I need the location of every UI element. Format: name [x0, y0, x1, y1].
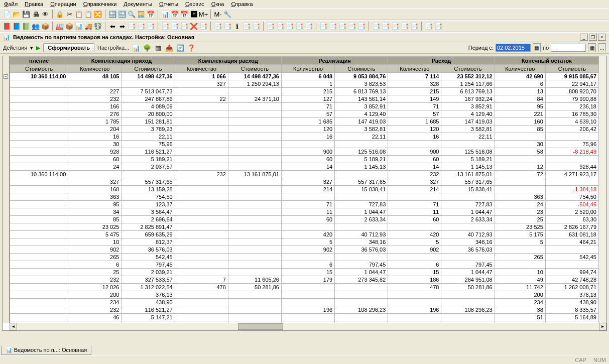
menu-Отчеты[interactable]: Отчеты [159, 1, 178, 7]
cell[interactable]: 1 145,13 [441, 163, 495, 171]
cell[interactable] [175, 254, 228, 261]
cell[interactable]: 127 [281, 95, 334, 103]
cell[interactable]: 46 [68, 314, 121, 321]
cell[interactable]: 48 105 [68, 73, 121, 80]
menu-Справочники[interactable]: Справочники [83, 1, 117, 7]
cell[interactable]: 5 164,89 [545, 314, 598, 321]
cell[interactable]: 57 [281, 110, 334, 118]
cell[interactable] [335, 284, 388, 291]
cell[interactable] [228, 88, 281, 95]
cell[interactable] [175, 223, 228, 231]
cell[interactable]: 376,13 [545, 291, 598, 299]
cell[interactable]: 754,50 [545, 193, 598, 201]
cell[interactable]: 5 [388, 238, 441, 246]
toolbar-icon[interactable]: 📑 [338, 22, 346, 30]
menu-Справка[interactable]: Справка [231, 1, 253, 7]
cell[interactable]: 5 189,21 [335, 156, 388, 163]
column-header[interactable]: Стоимость [335, 65, 388, 73]
cell[interactable]: 363 [68, 193, 121, 201]
cell[interactable]: 36 576,03 [121, 246, 175, 254]
cell[interactable]: 6 [281, 261, 334, 269]
cell[interactable]: 3 852,91 [441, 103, 495, 110]
cell[interactable] [228, 291, 281, 299]
cell[interactable]: 79 990,88 [545, 95, 598, 103]
cell[interactable]: 1 785 [68, 118, 121, 126]
cell[interactable] [228, 126, 281, 133]
cell[interactable] [228, 186, 281, 193]
table-row[interactable]: 23 0252 825 891,4723 5252 826 167,79 [10, 223, 599, 231]
table-row[interactable]: 2277 513 047,732156 813 769,132156 813 7… [10, 88, 599, 95]
toolbar-icon[interactable]: 📑 [276, 22, 284, 30]
cell[interactable]: 631 081,18 [545, 231, 598, 238]
cell[interactable]: 149 [388, 95, 441, 103]
cell[interactable]: 58 [495, 148, 545, 156]
cell[interactable] [68, 80, 121, 88]
table-row[interactable]: 363754,50363754,50 [10, 193, 599, 201]
cell[interactable] [175, 238, 228, 246]
cell[interactable]: 4 639,10 [545, 118, 598, 126]
cell[interactable]: 727,83 [335, 201, 388, 208]
table-row[interactable]: 232116 521,27196108 296,23196108 296,233… [10, 306, 599, 314]
cell[interactable]: 116 521,27 [121, 148, 175, 156]
table-row[interactable]: 10 360 114,0023213 161 875,0123213 161 8… [10, 171, 599, 178]
cell[interactable]: 2 633,34 [441, 216, 495, 223]
cell[interactable]: 200 [495, 291, 545, 299]
cell[interactable]: 20 800,00 [121, 110, 175, 118]
cell[interactable] [388, 141, 441, 148]
cell[interactable] [495, 156, 545, 163]
tree-icon[interactable]: 🌳 [143, 44, 151, 52]
cell[interactable]: 6 [68, 261, 121, 269]
cell[interactable]: 95 [68, 201, 121, 208]
toolbar-icon[interactable]: 📑 [252, 22, 260, 30]
cell[interactable] [441, 314, 495, 321]
column-header[interactable]: Стоимость [121, 65, 175, 73]
cell[interactable]: 5 [495, 238, 545, 246]
cell[interactable]: 902 [388, 246, 441, 254]
toolbar-icon[interactable]: 📘 [13, 22, 21, 30]
toolbar-icon[interactable]: 📑 [382, 22, 390, 30]
cell[interactable] [228, 163, 281, 171]
cell[interactable] [441, 291, 495, 299]
period-from-input[interactable] [496, 44, 531, 52]
cell[interactable]: 75,96 [121, 141, 175, 148]
table-row[interactable]: 12 0261 312 022,5447850 281,8647850 281,… [10, 284, 599, 291]
cell[interactable]: 23 552 312,12 [441, 73, 495, 80]
cell[interactable]: 16 [281, 133, 334, 141]
cell[interactable]: 7 114 [388, 73, 441, 80]
cell[interactable] [388, 193, 441, 201]
toolbar-icon[interactable]: 🔜 [118, 10, 126, 18]
cell[interactable]: 204 [68, 126, 121, 133]
cell[interactable]: 327 [388, 178, 441, 186]
cell[interactable]: 85 [495, 126, 545, 133]
toolbar-icon[interactable]: 📑 [171, 22, 179, 30]
cell[interactable] [10, 261, 68, 269]
column-header[interactable]: Стоимость [441, 65, 495, 73]
table-row[interactable]: 3075,963075,96 [10, 141, 599, 148]
cell[interactable]: 63,30 [545, 216, 598, 223]
cell[interactable] [10, 314, 68, 321]
cell[interactable] [175, 201, 228, 208]
grid-icon[interactable]: ▦ [154, 44, 162, 52]
cell[interactable] [335, 299, 388, 306]
cell[interactable]: 11 [388, 208, 441, 216]
chart-icon[interactable]: 📊 [132, 44, 140, 52]
cell[interactable]: 23 [495, 208, 545, 216]
cell[interactable]: 363 [495, 193, 545, 201]
scroll-right-button[interactable]: ► [599, 323, 606, 330]
minimize-button[interactable]: _ [580, 34, 588, 41]
table-row[interactable]: 265542,45265542,45 [10, 254, 599, 261]
cell[interactable]: 40 712,93 [441, 231, 495, 238]
dropdown-icon[interactable]: ▾ [30, 45, 33, 51]
cell[interactable]: 25 [68, 269, 121, 276]
toolbar-icon[interactable]: 🔍 [128, 10, 136, 18]
cell[interactable]: 1 [281, 80, 334, 88]
cell[interactable]: 71 [281, 201, 334, 208]
cell[interactable]: 147 419,03 [335, 118, 388, 126]
cell[interactable]: 8 335,57 [545, 306, 598, 314]
cell[interactable] [121, 80, 175, 88]
cell[interactable] [10, 126, 68, 133]
cell[interactable]: 348,16 [335, 238, 388, 246]
cell[interactable]: -8 218,49 [545, 148, 598, 156]
cell[interactable] [545, 261, 598, 269]
cell[interactable]: 902 [68, 246, 121, 254]
